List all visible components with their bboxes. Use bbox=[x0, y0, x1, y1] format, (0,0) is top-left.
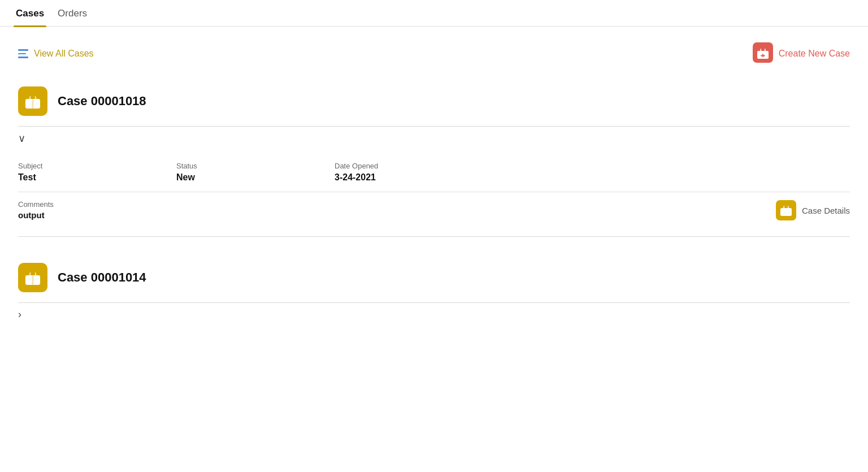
case-spacer bbox=[0, 237, 868, 253]
tab-bar: Cases Orders bbox=[0, 0, 868, 27]
case-fields-1: Subject Test Status New Date Opened 3-24… bbox=[18, 157, 850, 192]
case-icon-1 bbox=[18, 86, 47, 116]
case-block-1: Case 00001018 ∨ Subject Test Status New … bbox=[0, 76, 868, 237]
svg-rect-16 bbox=[32, 275, 34, 285]
tab-orders[interactable]: Orders bbox=[55, 0, 98, 26]
svg-rect-10 bbox=[780, 208, 792, 216]
subject-value: Test bbox=[18, 172, 131, 183]
subject-label: Subject bbox=[18, 162, 131, 170]
svg-rect-3 bbox=[761, 49, 765, 51]
comments-section: Comments output bbox=[18, 200, 54, 220]
status-value: New bbox=[176, 172, 289, 183]
list-icon bbox=[18, 49, 28, 58]
chevron-right-icon: › bbox=[18, 309, 21, 321]
view-all-cases-button[interactable]: View All Cases bbox=[18, 49, 94, 59]
case-header-1: Case 00001018 bbox=[18, 76, 850, 126]
field-date: Date Opened 3-24-2021 bbox=[335, 162, 448, 183]
case-details-label: Case Details bbox=[802, 206, 850, 215]
create-case-icon bbox=[753, 42, 773, 65]
field-status: Status New bbox=[176, 162, 289, 183]
comments-row-1: Comments output Case Details bbox=[18, 192, 850, 229]
tab-cases[interactable]: Cases bbox=[14, 0, 55, 26]
svg-rect-8 bbox=[31, 96, 35, 99]
create-label: Create New Case bbox=[779, 49, 850, 59]
chevron-down-icon: ∨ bbox=[18, 132, 25, 145]
case-header-2: Case 00001014 bbox=[18, 253, 850, 302]
create-new-case-button[interactable]: Create New Case bbox=[753, 42, 850, 65]
view-all-label: View All Cases bbox=[34, 49, 94, 59]
case-toggle-2[interactable]: › bbox=[18, 303, 850, 326]
field-subject: Subject Test bbox=[18, 162, 131, 183]
case-title-2: Case 00001014 bbox=[58, 270, 146, 285]
svg-rect-15 bbox=[31, 272, 35, 275]
date-label: Date Opened bbox=[335, 162, 448, 170]
comments-label: Comments bbox=[18, 200, 54, 209]
toolbar: View All Cases Create New Case bbox=[0, 27, 868, 76]
date-value: 3-24-2021 bbox=[335, 172, 448, 183]
case-content-1: Subject Test Status New Date Opened 3-24… bbox=[18, 150, 850, 229]
svg-rect-12 bbox=[784, 206, 788, 208]
case-title-1: Case 00001018 bbox=[58, 94, 146, 109]
case-details-button-1[interactable]: Case Details bbox=[776, 200, 850, 220]
case-icon-2 bbox=[18, 263, 47, 292]
svg-rect-9 bbox=[32, 99, 34, 109]
comments-value: output bbox=[18, 210, 54, 220]
case-block-2: Case 00001014 › bbox=[0, 253, 868, 326]
svg-rect-5 bbox=[761, 55, 765, 57]
status-label: Status bbox=[176, 162, 289, 170]
case-details-icon bbox=[776, 200, 796, 220]
case-toggle-1[interactable]: ∨ bbox=[18, 127, 850, 150]
